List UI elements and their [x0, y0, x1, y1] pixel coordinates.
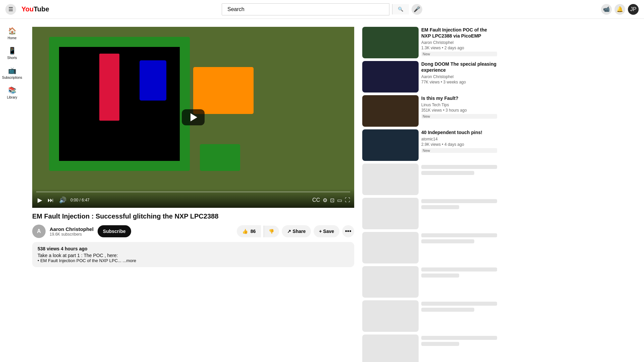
notifications-icon[interactable]: 🔔	[614, 4, 625, 15]
rec-thumb-img-1	[362, 61, 419, 93]
skeleton-item-5	[362, 300, 497, 332]
menu-icon[interactable]: ☰	[5, 4, 16, 15]
rec-thumb-0	[362, 27, 419, 58]
skeleton-item-2	[362, 198, 497, 229]
skeleton-lines-4	[421, 266, 497, 298]
skeleton-lines-2	[421, 198, 497, 229]
skeleton-line-5b	[421, 308, 474, 312]
save-button[interactable]: + Save	[314, 225, 339, 237]
header: ☰ YouTube 🔍 🎤 📹 🔔 JP	[0, 0, 644, 19]
subtitles-icon[interactable]: CC	[312, 197, 320, 203]
rec-channel-1: Aaron Christophel	[421, 74, 497, 79]
rec-views-1: 77K views • 3 weeks ago	[421, 80, 497, 84]
rec-thumb-img-3	[362, 129, 419, 161]
sidebar-item-shorts[interactable]: 📱 Shorts	[1, 44, 23, 62]
sidebar-item-home[interactable]: 🏠 Home	[1, 24, 23, 43]
rec-item-3[interactable]: 40 Independent touch pins! atomic14 2.9K…	[362, 129, 497, 161]
skeleton-line-4b	[421, 274, 459, 278]
skeleton-line-1a	[421, 165, 497, 169]
like-count: 86	[251, 229, 256, 234]
logo-tube: Tube	[34, 5, 49, 13]
rec-item-2[interactable]: Is this my Fault? Linus Tech Tips 351K v…	[362, 95, 497, 127]
theater-mode-icon[interactable]: ▭	[337, 197, 342, 203]
next-button[interactable]: ⏭	[46, 195, 55, 205]
play-pause-button[interactable]: ▶	[36, 195, 44, 205]
save-label: Save	[323, 229, 334, 234]
search-button[interactable]: 🔍	[392, 4, 409, 14]
rec-channel-2: Linus Tech Tips	[421, 103, 497, 107]
progress-bar[interactable]	[36, 191, 350, 192]
rec-info-3: 40 Independent touch pins! atomic14 2.9K…	[421, 129, 497, 161]
library-icon: 📚	[8, 86, 16, 94]
sidebar: 🏠 Home 📱 Shorts 📺 Subscriptions 📚 Librar…	[0, 19, 24, 362]
shorts-icon: 📱	[8, 47, 16, 55]
rec-badge-0: New	[421, 52, 497, 56]
controls-right: CC ⚙ ⊡ ▭ ⛶	[312, 197, 350, 203]
thumbs-up-icon: 👍	[242, 229, 248, 234]
dislike-button[interactable]: 👎	[264, 226, 279, 237]
miniplayer-icon[interactable]: ⊡	[330, 197, 334, 203]
channel-name[interactable]: Aaron Christophel	[50, 226, 94, 232]
rec-title-3: 40 Independent touch pins!	[421, 129, 497, 135]
action-buttons: 👍 86 👎 ↗ Share + Save •••	[237, 225, 354, 237]
video-controls: ▶ ⏭ 🔊 0:00 / 6:47 CC ⚙ ⊡	[32, 189, 354, 208]
rec-info-2: Is this my Fault? Linus Tech Tips 351K v…	[421, 95, 497, 127]
mic-icon[interactable]: 🎤	[412, 4, 422, 15]
time-ago: 4 hours ago	[61, 246, 87, 251]
rec-item-0[interactable]: EM Fault Injection POC of the NXP LPC238…	[362, 27, 497, 58]
skeleton-thumb-4	[362, 266, 419, 298]
header-center: 🔍 🎤	[56, 3, 588, 15]
rec-title-0: EM Fault Injection POC of the NXP LPC238…	[421, 27, 497, 39]
recommendations-list: EM Fault Injection POC of the NXP LPC238…	[362, 27, 497, 362]
fullscreen-icon[interactable]: ⛶	[345, 197, 350, 203]
rec-thumb-img-0	[362, 27, 419, 58]
subscribe-button[interactable]: Subscribe	[98, 225, 131, 237]
play-overlay-button[interactable]	[182, 109, 205, 125]
skeleton-thumb-2	[362, 198, 419, 229]
skeleton-line-1b	[421, 171, 474, 175]
rec-views-2: 351K views • 3 hours ago	[421, 108, 497, 113]
rec-views-3: 2.9K views • 4 days ago	[421, 142, 497, 147]
search-bar	[222, 3, 389, 15]
skeleton-line-4a	[421, 267, 497, 272]
rec-title-1: Dong DOOM The special pleasing experienc…	[421, 61, 497, 73]
rec-title-2: Is this my Fault?	[421, 95, 497, 101]
share-button[interactable]: ↗ Share	[282, 225, 311, 237]
account-icon[interactable]: JP	[628, 4, 639, 15]
description-box[interactable]: 538 views 4 hours ago Take a look at par…	[32, 242, 354, 267]
home-icon: 🏠	[8, 27, 16, 35]
skeleton-lines-6	[421, 335, 497, 362]
play-triangle-icon	[191, 113, 197, 121]
more-actions-button[interactable]: •••	[342, 225, 354, 237]
sidebar-label-library: Library	[7, 96, 17, 99]
skeleton-thumb-1	[362, 164, 419, 195]
skeleton-item-4	[362, 266, 497, 298]
current-time: 0:00	[70, 198, 78, 202]
rec-thumb-2	[362, 95, 419, 127]
rec-item-1[interactable]: Dong DOOM The special pleasing experienc…	[362, 61, 497, 93]
channel-avatar[interactable]: A	[32, 225, 46, 238]
skeleton-line-2a	[421, 199, 497, 203]
skeleton-item-1	[362, 164, 497, 195]
search-input[interactable]	[222, 4, 389, 15]
skeleton-thumb-5	[362, 300, 419, 332]
description-link[interactable]: • EM Fault Injection POC of the NXP LPC.…	[38, 258, 349, 263]
sidebar-item-subscriptions[interactable]: 📺 Subscriptions	[1, 64, 23, 82]
sidebar-item-library[interactable]: 📚 Library	[1, 83, 23, 102]
save-icon: +	[319, 229, 323, 234]
settings-icon[interactable]: ⚙	[323, 197, 327, 203]
video-player[interactable]: ▶ ⏭ 🔊 0:00 / 6:47 CC ⚙ ⊡	[32, 27, 354, 208]
main-container: 🏠 Home 📱 Shorts 📺 Subscriptions 📚 Librar…	[0, 19, 644, 362]
skeleton-item-3	[362, 232, 497, 263]
create-icon[interactable]: 📹	[601, 4, 612, 15]
video-sidebar: EM Fault Injection POC of the NXP LPC238…	[362, 27, 497, 362]
volume-button[interactable]: 🔊	[58, 195, 68, 205]
logo[interactable]: YouTube	[21, 5, 49, 13]
video-layout: ▶ ⏭ 🔊 0:00 / 6:47 CC ⚙ ⊡	[24, 19, 644, 362]
video-title: EM Fault Injection : Successful glitchin…	[32, 212, 354, 221]
like-button[interactable]: 👍 86	[237, 225, 261, 237]
time-display: 0:00 / 6:47	[70, 198, 90, 202]
channel-details: Aaron Christophel 19.6K subscribers	[50, 226, 94, 237]
sidebar-label-shorts: Shorts	[7, 56, 17, 60]
rec-info-1: Dong DOOM The special pleasing experienc…	[421, 61, 497, 93]
